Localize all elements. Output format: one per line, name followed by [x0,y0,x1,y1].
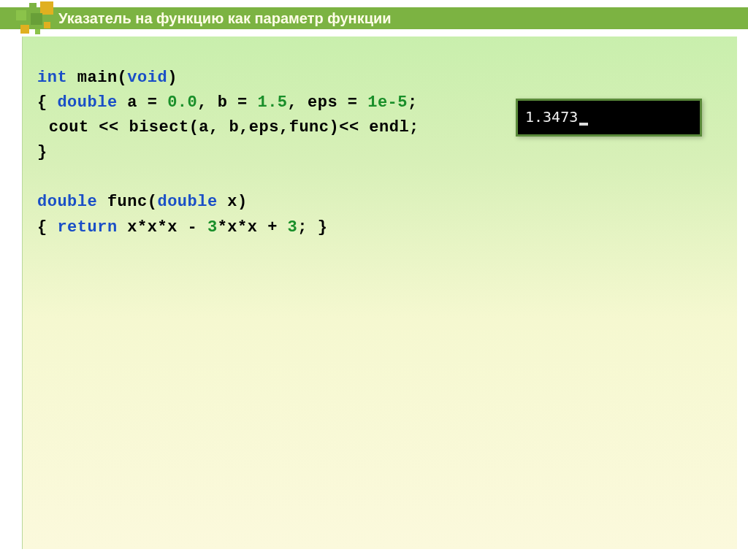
square-icon [16,10,26,20]
code-text: main( [67,69,127,87]
square-icon [7,19,15,26]
keyword: void [127,69,167,87]
keyword: return [57,218,117,237]
keyword: double [157,193,217,211]
code-block: int main(void) { double a = 0.0, b = 1.5… [37,66,722,240]
code-text: func( [97,193,157,211]
code-text: x*x*x - [118,218,207,237]
code-text: ; [408,93,418,112]
code-text: , b = [197,93,257,112]
corner-decoration [7,0,55,37]
code-text: { [37,218,57,237]
code-text: ; } [297,218,327,237]
slide-title: Указатель на функцию как параметр функци… [58,10,392,27]
console-output: 1.3473 [516,99,702,137]
cursor-icon [579,123,588,126]
code-blank-line [37,165,722,190]
code-text: , eps = [288,93,368,112]
number-literal: 3 [207,218,218,237]
code-text: ) [167,69,178,87]
keyword: double [57,93,117,112]
console-inner: 1.3473 [522,107,695,130]
number-literal: 1.5 [257,93,287,112]
square-icon [44,22,50,28]
square-icon [31,13,42,25]
console-value: 1.3473 [525,108,578,126]
code-text: *x*x + [218,218,288,237]
code-text: cout << bisect(a, b,eps,func)<< endl; [49,118,419,137]
code-text: x) [218,193,248,211]
code-line: } [37,140,722,165]
number-literal: 0.0 [167,93,197,112]
code-text: { [37,93,57,112]
code-line: { return x*x*x - 3*x*x + 3; } [37,215,722,240]
number-literal: 1e-5 [367,93,408,112]
code-line: int main(void) [37,66,722,91]
code-text: } [37,143,47,161]
header-bar: Указатель на функцию как параметр функци… [0,7,748,29]
keyword: int [37,69,67,87]
slide: Указатель на функцию как параметр функци… [0,0,748,560]
number-literal: 3 [288,218,298,237]
content-area: int main(void) { double a = 0.0, b = 1.5… [22,37,737,549]
keyword: double [37,193,97,211]
code-text: a = [118,93,168,112]
code-line: double func(double x) [37,190,722,215]
square-icon [35,29,40,34]
square-icon [20,25,29,34]
square-icon [29,3,37,10]
